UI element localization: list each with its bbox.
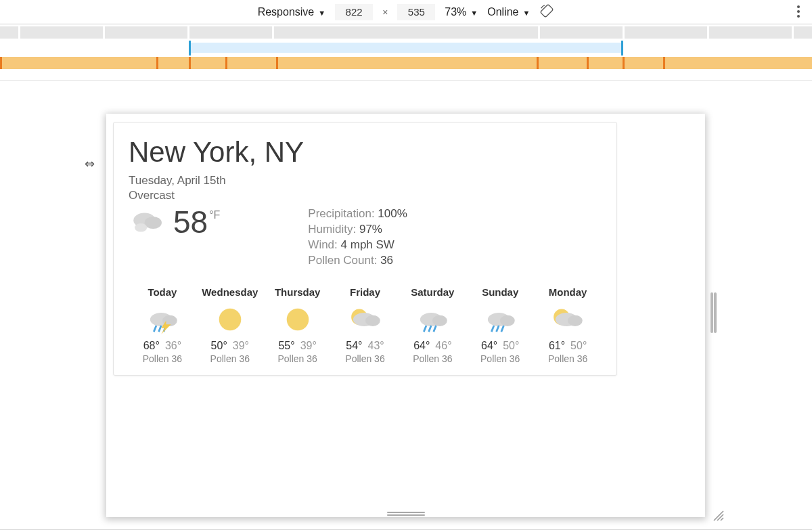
day-name: Monday (534, 286, 602, 298)
day-pollen: Pollen 36 (196, 353, 264, 364)
breakpoint-tick[interactable] (537, 57, 539, 69)
caret-down-icon: ▼ (470, 9, 478, 17)
viewport-height-input[interactable] (397, 4, 435, 20)
caret-down-icon: ▼ (522, 9, 530, 17)
humidity-value: 97% (359, 223, 382, 236)
svg-point-10 (219, 308, 241, 330)
breakpoint-tick[interactable] (663, 57, 665, 69)
day-name: Thursday (264, 286, 332, 298)
device-toolbar: Responsive ▼ × 73% ▼ Online ▼ (0, 0, 812, 24)
precip-value: 100% (378, 207, 407, 220)
current-temperature: 58 (173, 206, 208, 238)
forecast-day[interactable]: Monday61°50°Pollen 36 (534, 286, 602, 364)
day-name: Friday (332, 286, 399, 298)
day-name: Saturday (399, 286, 466, 298)
breakpoint-tick[interactable] (0, 57, 2, 69)
svg-line-22 (492, 326, 495, 332)
partly-cloudy-icon (534, 303, 602, 336)
date-line: Tuesday, April 15th (129, 174, 602, 187)
day-low: 50° (570, 340, 587, 351)
network-dropdown[interactable]: Online ▼ (487, 6, 530, 18)
svg-line-7 (158, 326, 161, 332)
vertical-scrollbar[interactable] (710, 292, 717, 333)
current-metrics: Precipitation: 100% Humidity: 97% Wind: … (308, 206, 407, 269)
svg-line-6 (154, 326, 156, 332)
day-name: Wednesday (196, 286, 264, 298)
device-mode-dropdown[interactable]: Responsive ▼ (258, 6, 326, 18)
resize-bottom-handle[interactable] (387, 512, 425, 516)
condition-line: Overcast (129, 189, 602, 202)
svg-point-21 (500, 315, 515, 326)
svg-point-14 (365, 315, 380, 326)
day-high: 55° (278, 340, 294, 351)
forecast-day[interactable]: Friday54°43°Pollen 36 (332, 286, 399, 364)
svg-point-11 (286, 308, 309, 330)
dimension-separator: × (382, 7, 388, 18)
breakpoint-ruler (0, 24, 812, 77)
network-label: Online (487, 6, 518, 18)
svg-line-24 (501, 326, 504, 332)
precip-label: Precipitation: (308, 207, 374, 220)
breakpoint-tick[interactable] (189, 57, 191, 69)
zoom-dropdown[interactable]: 73% ▼ (445, 6, 478, 18)
pollen-label: Pollen Count: (308, 254, 377, 267)
forecast-row: Today68°36°Pollen 36Wednesday50°39°Polle… (129, 286, 602, 364)
forecast-day[interactable]: Thursday55°39°Pollen 36 (264, 286, 332, 364)
forecast-day[interactable]: Saturday64°46°Pollen 36 (399, 286, 466, 364)
day-high: 64° (413, 340, 430, 351)
day-high: 64° (481, 340, 497, 351)
day-high: 68° (143, 340, 160, 351)
day-pollen: Pollen 36 (129, 353, 196, 364)
zoom-label: 73% (445, 6, 466, 18)
resize-corner-handle[interactable] (712, 509, 725, 523)
day-low: 36° (165, 340, 181, 351)
day-low: 50° (503, 340, 519, 351)
svg-line-18 (429, 326, 432, 332)
caret-down-icon: ▼ (318, 9, 325, 17)
svg-point-27 (568, 315, 583, 326)
breakpoint-tick[interactable] (156, 57, 158, 69)
resize-horizontal-icon[interactable]: ⇔ (85, 156, 95, 171)
viewport-width-input[interactable] (335, 4, 373, 20)
day-high: 61° (549, 340, 565, 351)
day-low: 39° (300, 340, 317, 351)
breakpoint-tick[interactable] (225, 57, 227, 69)
sunny-icon (264, 303, 332, 336)
humidity-label: Humidity: (308, 223, 356, 236)
svg-line-23 (497, 326, 499, 332)
wind-label: Wind: (308, 238, 337, 251)
breakpoint-tick[interactable] (276, 57, 278, 69)
responsive-viewport: New York, NY Tuesday, April 15th Overcas… (106, 114, 705, 517)
ruler-selected-range[interactable] (189, 43, 623, 53)
day-high: 50° (211, 340, 227, 351)
sunny-icon (196, 303, 264, 336)
day-high: 54° (346, 340, 362, 351)
forecast-day[interactable]: Today68°36°Pollen 36 (129, 286, 196, 364)
rotate-device-icon[interactable] (539, 3, 554, 21)
wind-value: 4 mph SW (341, 238, 394, 251)
thunder-rain-icon (129, 303, 196, 336)
svg-line-19 (434, 326, 436, 332)
rain-icon (399, 303, 466, 336)
breakpoint-tick[interactable] (623, 57, 625, 69)
day-pollen: Pollen 36 (264, 353, 332, 364)
forecast-day[interactable]: Wednesday50°39°Pollen 36 (196, 286, 264, 364)
svg-point-2 (145, 217, 162, 229)
ruler-grey-segments (0, 26, 812, 39)
day-pollen: Pollen 36 (534, 353, 602, 364)
day-pollen: Pollen 36 (332, 353, 399, 364)
svg-point-3 (135, 223, 147, 232)
weather-card: New York, NY Tuesday, April 15th Overcas… (113, 122, 617, 376)
ruler-breakpoints-bar[interactable] (0, 57, 812, 69)
ruler-divider (0, 80, 812, 81)
day-name: Sunday (466, 286, 534, 298)
svg-line-17 (424, 326, 427, 332)
forecast-day[interactable]: Sunday64°50°Pollen 36 (466, 286, 534, 364)
current-weather-icon (129, 206, 166, 238)
day-name: Today (129, 286, 196, 298)
day-pollen: Pollen 36 (399, 353, 466, 364)
breakpoint-tick[interactable] (587, 57, 589, 69)
more-options-icon[interactable] (797, 5, 800, 18)
partly-cloudy-icon (332, 303, 399, 336)
temperature-unit: °F (209, 209, 220, 221)
